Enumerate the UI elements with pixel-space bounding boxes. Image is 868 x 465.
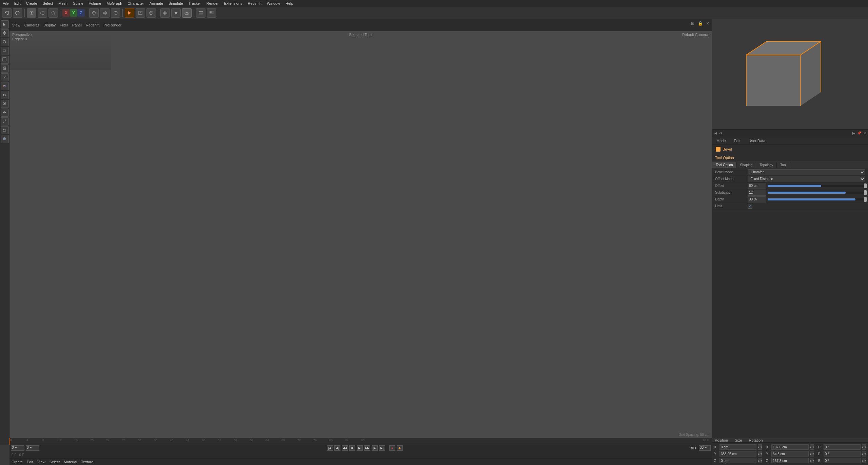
- menu-spline[interactable]: Spline: [73, 1, 83, 5]
- toolbar-move[interactable]: [89, 8, 99, 18]
- menu-volume[interactable]: Volume: [89, 1, 101, 5]
- toolbar-scale[interactable]: [100, 8, 110, 18]
- rot-p-arrow[interactable]: ▲▼: [862, 451, 866, 457]
- tool-arrow[interactable]: [1, 20, 9, 28]
- tab-tool[interactable]: Tool: [777, 162, 790, 168]
- size-x-arrow[interactable]: ▲▼: [810, 444, 814, 450]
- tool-panel-pin-icon[interactable]: 📌: [857, 131, 861, 135]
- stop-btn[interactable]: ■: [349, 445, 355, 451]
- play-forward-btn[interactable]: ▶▶: [364, 445, 370, 451]
- offset-value[interactable]: 60 cm: [748, 183, 766, 189]
- mode-tab-mode[interactable]: Mode: [714, 138, 728, 143]
- toolbar-render[interactable]: [125, 8, 134, 18]
- toolbar-attribute-manager[interactable]: [207, 8, 216, 18]
- pos-z-arrow[interactable]: ▲▼: [758, 458, 762, 463]
- viewport-menu-view[interactable]: View: [12, 23, 20, 27]
- offset-mode-dropdown[interactable]: Fixed Distance: [748, 176, 865, 182]
- tool-knife[interactable]: [1, 73, 9, 81]
- menu-file[interactable]: File: [3, 1, 9, 5]
- bottom-menu-select[interactable]: Select: [50, 460, 60, 464]
- tool-box-tool[interactable]: [1, 56, 9, 64]
- menu-edit[interactable]: Edit: [14, 1, 21, 5]
- toolbar-box-select[interactable]: [38, 8, 47, 18]
- toolbar-interactive-render[interactable]: [146, 8, 156, 18]
- menu-redshift[interactable]: Redshift: [248, 1, 261, 5]
- x-axis-toggle[interactable]: X: [62, 9, 70, 17]
- toolbar-grid[interactable]: [160, 8, 170, 18]
- tab-tool-option[interactable]: Tool Option: [712, 162, 737, 168]
- limit-checkbox[interactable]: ✓: [748, 204, 752, 209]
- pos-y-arrow[interactable]: ▲▼: [758, 451, 762, 457]
- subdivision-slider[interactable]: [768, 192, 865, 194]
- jump-start-btn[interactable]: |◀: [327, 445, 333, 451]
- viewport-menu-redshift[interactable]: Redshift: [86, 23, 99, 27]
- tool-magnet[interactable]: [1, 82, 9, 90]
- toolbar-undo[interactable]: [2, 8, 12, 18]
- rot-h-arrow[interactable]: ▲▼: [862, 444, 866, 450]
- tool-smooth[interactable]: [1, 100, 9, 108]
- toolbar-live-selection[interactable]: [27, 8, 36, 18]
- play-reverse-btn[interactable]: ◀◀: [342, 445, 348, 451]
- menu-create[interactable]: Create: [26, 1, 37, 5]
- depth-slider[interactable]: [768, 198, 865, 200]
- bottom-menu-edit[interactable]: Edit: [27, 460, 33, 464]
- z-axis-toggle[interactable]: Z: [77, 9, 85, 17]
- viewport-maximize-icon[interactable]: ⊞: [690, 20, 696, 26]
- tool-panel-expand-icon[interactable]: ▶: [852, 131, 855, 135]
- menu-mograph[interactable]: MoGraph: [107, 1, 122, 5]
- menu-extensions[interactable]: Extensions: [224, 1, 242, 5]
- tool-panel-close2-icon[interactable]: ✕: [863, 131, 866, 135]
- toolbar-soft-selection[interactable]: [182, 8, 192, 18]
- xyz-toggle[interactable]: X Y Z: [62, 9, 85, 17]
- menu-render[interactable]: Render: [206, 1, 219, 5]
- size-z-arrow[interactable]: ▲▼: [810, 458, 814, 463]
- toolbar-rotate[interactable]: [111, 8, 120, 18]
- rot-b-arrow[interactable]: ▲▼: [862, 458, 866, 463]
- play-btn[interactable]: ▶: [357, 445, 363, 451]
- size-y-arrow[interactable]: ▲▼: [810, 451, 814, 457]
- tool-panel-collapse-icon[interactable]: ◀: [714, 131, 717, 135]
- next-frame-btn[interactable]: |▶: [372, 445, 378, 451]
- jump-end-btn[interactable]: ▶|: [379, 445, 385, 451]
- subdivision-value[interactable]: 12: [748, 190, 766, 196]
- y-axis-toggle[interactable]: Y: [70, 9, 77, 17]
- viewport-menu-display[interactable]: Display: [43, 23, 56, 27]
- viewport-close-icon[interactable]: ✕: [705, 20, 711, 26]
- toolbar-snap[interactable]: [171, 8, 181, 18]
- menu-help[interactable]: Help: [285, 1, 293, 5]
- tool-measure[interactable]: [1, 117, 9, 125]
- depth-value[interactable]: 30 %: [748, 196, 766, 202]
- tool-move[interactable]: [1, 29, 9, 37]
- menu-character[interactable]: Character: [127, 1, 144, 5]
- bottom-menu-view[interactable]: View: [37, 460, 45, 464]
- tool-sculpt[interactable]: [1, 109, 9, 117]
- offset-slider[interactable]: [768, 185, 865, 187]
- size-y-value[interactable]: [771, 451, 808, 457]
- viewport-lock-icon[interactable]: 🔒: [697, 20, 703, 26]
- rot-b-value[interactable]: [824, 458, 861, 463]
- bottom-menu-texture[interactable]: Texture: [81, 460, 93, 464]
- tool-terrain[interactable]: [1, 126, 9, 134]
- pos-y-value[interactable]: [719, 451, 756, 457]
- record-btn[interactable]: ●: [389, 445, 395, 451]
- prev-frame-btn[interactable]: ◀|: [334, 445, 340, 451]
- toolbar-redo[interactable]: [13, 8, 22, 18]
- bevel-header[interactable]: Bevel: [714, 146, 867, 153]
- mode-tab-edit[interactable]: Edit: [732, 138, 743, 143]
- toolbar-polygon-select[interactable]: [48, 8, 58, 18]
- size-z-value[interactable]: [771, 458, 808, 463]
- viewport-menu-prorender[interactable]: ProRender: [103, 23, 121, 27]
- bevel-mode-dropdown[interactable]: Chamfer: [748, 169, 865, 175]
- tool-extrude[interactable]: [1, 64, 9, 73]
- tool-bend[interactable]: [1, 91, 9, 99]
- mode-tab-userdata[interactable]: User Data: [747, 138, 768, 143]
- menu-mesh[interactable]: Mesh: [58, 1, 67, 5]
- start-frame-input[interactable]: 0 F: [11, 445, 24, 451]
- keyframe-btn[interactable]: ◆: [397, 445, 403, 451]
- pos-z-value[interactable]: [719, 458, 756, 463]
- toolbar-render-region[interactable]: [136, 8, 145, 18]
- menu-window[interactable]: Window: [267, 1, 280, 5]
- tab-topology[interactable]: Topology: [756, 162, 777, 168]
- menu-tracker[interactable]: Tracker: [189, 1, 201, 5]
- tool-rotate2[interactable]: [1, 38, 9, 46]
